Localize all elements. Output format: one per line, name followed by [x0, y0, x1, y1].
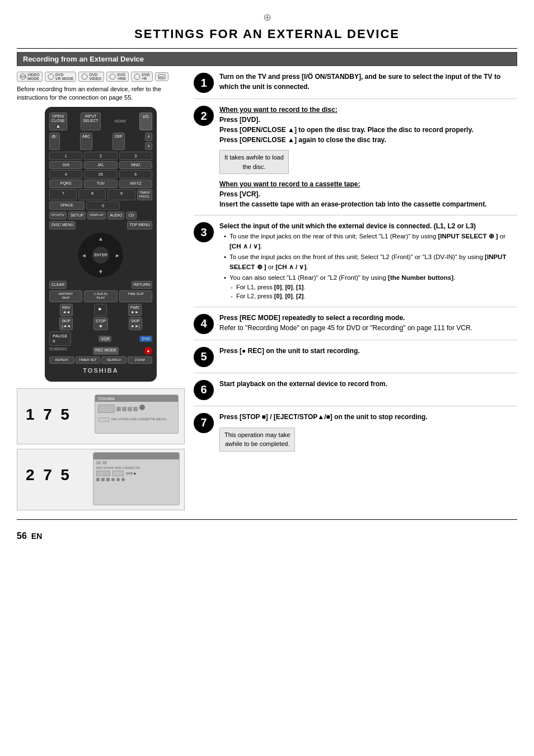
step-7-infobox-wrap: This operation may takeawhile to be comp…: [219, 425, 517, 454]
ch-down-btn[interactable]: ∨: [145, 142, 152, 150]
vcr-btn[interactable]: VCR: [99, 336, 111, 342]
btn-6[interactable]: 6: [119, 170, 152, 179]
device1-body: TOSHIBA DIG VCR/S-VHS CASSETTE RECO...: [95, 395, 179, 434]
svg-point-4: [110, 74, 115, 79]
power-btn[interactable]: I/Ö: [139, 112, 152, 130]
d2-b3: [106, 478, 110, 481]
timer-prog-btn[interactable]: TIMERPROG.: [137, 189, 152, 200]
time-slip-btn[interactable]: TIME SLIP: [119, 290, 152, 302]
diagram2-numbers: 2 7 5: [26, 466, 69, 484]
svg-text:VHS: VHS: [158, 76, 165, 79]
ch-buttons: ∧ ∨: [145, 133, 152, 150]
play-speed-btn[interactable]: 1.3x/0.5xPLAY: [84, 290, 117, 302]
num-row-3: 7 8 9 TIMERPROG.: [49, 189, 152, 200]
device1-knob: [139, 405, 145, 410]
mno-btn[interactable]: MNO: [119, 161, 152, 169]
btn-3[interactable]: 3: [119, 152, 152, 160]
menu-row: DISC MENU TOP MENU: [49, 221, 152, 229]
device1-slot: [98, 417, 109, 422]
open-close-btn[interactable]: OPEN/CLOSE▲: [49, 112, 67, 130]
fwd-btn[interactable]: FWD►►: [128, 304, 142, 317]
step-5-number: 5: [194, 347, 214, 367]
timer-set-btn[interactable]: TIMER SET: [76, 356, 101, 364]
hdmi-label: HDMI: [114, 119, 125, 124]
step-7: 7 Press [STOP ■] / [EJECT/STOP▲/■] on th…: [194, 412, 517, 459]
dtv-itv-btn[interactable]: DTV/ITV: [49, 212, 67, 219]
btn-5[interactable]: 05: [84, 170, 117, 179]
remote-control: OPEN/CLOSE▲ INPUTSELECT HDMI I/Ö @/. ABC…: [45, 107, 157, 382]
page-title: SETTINGS FOR AN EXTERNAL DEVICE: [17, 27, 517, 41]
setup-btn[interactable]: SETUP: [68, 212, 86, 219]
btn-7[interactable]: 7: [49, 189, 77, 200]
step-6-number: 6: [194, 380, 214, 400]
input-select-btn[interactable]: INPUTSELECT: [81, 112, 100, 130]
zoom-btn[interactable]: ZOOM: [128, 356, 153, 364]
audio-btn[interactable]: AUDIO: [107, 212, 124, 219]
skip-stop-row: SKIP|◄◄ STOP■ SKIP►►|: [49, 317, 152, 330]
step-7-text: Press [STOP ■] / [EJECT/STOP▲/■] on the …: [219, 413, 428, 421]
instant-skip-btn[interactable]: INSTANTSKIP: [49, 290, 82, 302]
nav-right-btn[interactable]: ►: [115, 252, 120, 258]
clear-btn[interactable]: CLEAR: [49, 281, 67, 289]
skip-fwd-btn[interactable]: SKIP►►|: [129, 317, 142, 330]
device2-content: DIG VCR/S-VHS CASSETTE DVD ■: [93, 459, 179, 483]
step-3-dash-2: For L2, press [0], [0], [2].: [231, 292, 517, 301]
disc-menu-btn[interactable]: DISC MENU: [49, 221, 76, 229]
return-btn[interactable]: RETURN: [132, 281, 152, 289]
step-6-text: Start playback on the external device to…: [219, 380, 387, 388]
rec-btn[interactable]: ●: [144, 347, 152, 355]
stop-btn[interactable]: STOP■: [93, 317, 109, 330]
dvd-btn[interactable]: DVD: [139, 336, 152, 342]
ch-up-btn[interactable]: ∧: [145, 133, 152, 140]
rev-btn[interactable]: REV◄◄: [60, 304, 72, 317]
tuv-btn[interactable]: TUV: [84, 180, 117, 187]
skip-back-btn[interactable]: SKIP|◄◄: [59, 317, 73, 330]
d2-b2: [101, 478, 105, 481]
step-3-bullet-1: To use the input jacks on the rear of th…: [224, 231, 517, 252]
d2-item1: [96, 461, 101, 464]
format-icon-dvd-video: DVD VIDEOMODE: [17, 72, 43, 82]
cd-btn[interactable]: CD: [126, 212, 136, 219]
wxyz-btn[interactable]: WXYZ: [119, 180, 152, 187]
dtv-row: DTV/ITV SETUP DISPLAY AUDIO CD: [49, 212, 152, 219]
nav-down-btn[interactable]: ▼: [98, 269, 104, 275]
search-btn[interactable]: SEARCH: [101, 356, 127, 364]
ghi-btn[interactable]: GHI: [49, 161, 82, 169]
btn-4[interactable]: 4: [49, 170, 82, 179]
btn-2[interactable]: 2: [84, 152, 117, 160]
step-2-number: 2: [194, 106, 214, 126]
jkl-btn[interactable]: JKL: [84, 161, 117, 169]
device1-display: [98, 405, 115, 413]
abc-btn[interactable]: ABC: [80, 133, 92, 150]
rec-mode-btn[interactable]: REC MODE: [93, 347, 119, 355]
device2-row3: [96, 478, 176, 481]
at-btn[interactable]: @/.: [49, 133, 60, 150]
step-5-content: Press [● REC] on the unit to start recor…: [219, 346, 517, 367]
device-diagram-1: 1 7 5 TOSHIBA DIG V: [17, 388, 185, 444]
space-btn[interactable]: SPACE: [49, 201, 85, 210]
row-ghi: GHI JKL MNO: [49, 161, 152, 169]
display-btn[interactable]: DISPLAY: [87, 212, 106, 219]
play-btn[interactable]: ►: [94, 304, 107, 317]
right-column: 1 Turn on the TV and press [I/Ö ON/STAND…: [194, 72, 517, 510]
step-3: 3 Select the input of the unit which the…: [194, 221, 517, 307]
nav-left-btn[interactable]: ◄: [81, 252, 87, 258]
step-2-press-dvd: Press [DVD].: [219, 115, 517, 125]
section-header: Recording from an External Device: [17, 52, 517, 66]
space-row: SPACE 0: [49, 201, 152, 210]
crosshair-top: ⊕: [17, 11, 517, 24]
pqrs-btn[interactable]: PQRS: [49, 180, 82, 187]
btn-8[interactable]: 8: [78, 189, 106, 200]
top-menu-btn[interactable]: TOP MENU: [127, 221, 152, 229]
btn-9[interactable]: 9: [107, 189, 135, 200]
def-btn[interactable]: DEF: [113, 133, 125, 150]
btn-1[interactable]: 1: [49, 152, 82, 160]
nav-up-btn[interactable]: ▲: [98, 236, 104, 242]
row-abc: @/. ABC DEF ∧ ∨: [49, 133, 152, 150]
repeat-btn[interactable]: REPEAT: [49, 356, 74, 364]
step-3-dashes: For L1, press [0], [0], [1]. For L2, pre…: [231, 283, 517, 301]
pause-btn[interactable]: PAUSEII: [49, 331, 71, 346]
enter-btn[interactable]: ENTER: [92, 247, 109, 264]
btn-0[interactable]: 0: [86, 201, 120, 210]
step-5-text: Press [● REC] on the unit to start recor…: [219, 347, 360, 355]
